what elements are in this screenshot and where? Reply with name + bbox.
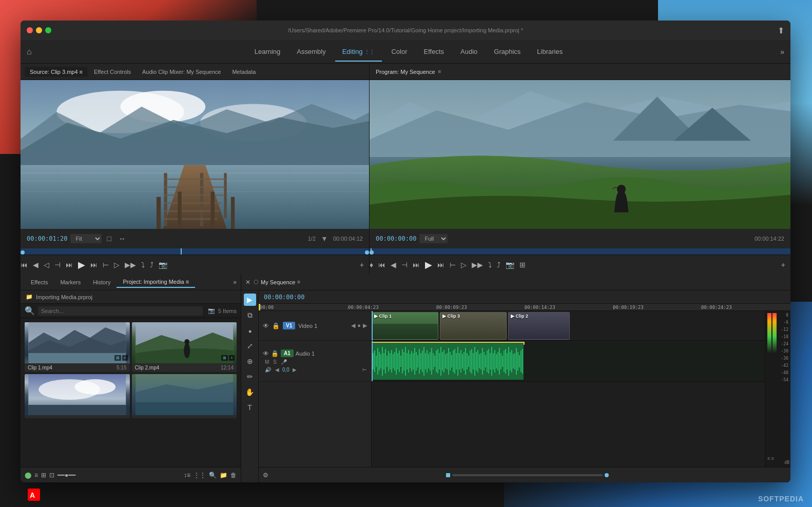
v1-nav-center[interactable]: ● (357, 322, 361, 329)
program-fwd-btn[interactable]: ▶▶ (472, 261, 483, 269)
audio-clip-1[interactable] (372, 343, 524, 380)
tab-project[interactable]: Project: Importing Media ≡ (117, 277, 195, 288)
v1-toggle-btn[interactable]: 👁 (263, 322, 269, 329)
a1-vol-right[interactable]: ▶ (293, 367, 297, 373)
source-fit-dropdown[interactable]: Fit 25% 50% 100% (70, 234, 102, 243)
a1-lock-btn[interactable]: 🔒 (271, 350, 279, 357)
tab-learning[interactable]: Learning (247, 45, 288, 59)
project-more-icon[interactable]: » (233, 279, 237, 286)
rate-stretch-tool[interactable]: ⤢ (244, 340, 256, 352)
list-view-btn[interactable]: ≡ (34, 472, 38, 479)
timeline-current-time[interactable]: 00:00:00:00 (264, 294, 304, 301)
tab-editing[interactable]: Editing ⋮⋮ (335, 45, 382, 59)
search-input[interactable] (38, 306, 203, 316)
hand-tool[interactable]: ✋ (244, 386, 256, 398)
program-out-point-btn[interactable]: ⊢ (450, 261, 456, 269)
source-out-point-btn[interactable]: ⊢ (103, 261, 109, 269)
source-fwd-btn[interactable]: ▶▶ (125, 261, 136, 269)
timeline-clip-1[interactable]: ▶ Clip 1 (372, 312, 438, 340)
tab-source[interactable]: Source: Clip 3.mp4 ≡ (25, 67, 88, 77)
tab-markers[interactable]: Markers (54, 277, 87, 287)
program-prev-edit-btn[interactable]: ⏭ (413, 261, 420, 269)
a1-vol-left[interactable]: ◀ (275, 367, 279, 373)
freeform-btn[interactable]: ⊡ (49, 472, 54, 479)
tab-metadata[interactable]: Metadata (227, 67, 261, 77)
tab-effects[interactable]: Effects (417, 45, 452, 59)
program-timecode[interactable]: 00:00:00:00 (376, 235, 416, 242)
source-step-frame-back-btn[interactable]: ◁ (44, 261, 49, 269)
program-in-point-btn[interactable]: ⊣ (401, 261, 408, 269)
source-timecode[interactable]: 00:00:01:20 (27, 235, 67, 242)
program-add-marker-btn[interactable]: ♦ (370, 261, 373, 269)
timeline-clip-3[interactable]: ▶ Clip 3 (440, 312, 507, 340)
a1-mute-btn[interactable]: S (273, 359, 277, 365)
tl-zoom-left-knob[interactable] (446, 473, 450, 477)
source-in-point-btn[interactable]: ⊣ (54, 261, 61, 269)
source-camera-btn[interactable]: 📷 (159, 261, 167, 269)
source-playhead-area[interactable] (21, 248, 369, 255)
zoom-tool[interactable]: ⊕ (244, 355, 256, 367)
tab-history[interactable]: History (87, 277, 117, 287)
program-playhead-area[interactable] (370, 248, 790, 255)
media-item-clip1[interactable]: Clip 1.mp4 5:15 ⊞ + (25, 322, 130, 372)
source-next-edit-btn[interactable]: ⏭ (90, 261, 98, 269)
source-scale-btn[interactable]: ↔ (117, 233, 128, 244)
a1-record-btn[interactable]: M (265, 359, 269, 365)
tab-audio[interactable]: Audio (453, 45, 485, 59)
program-multi-cam-btn[interactable]: ⊞ (519, 261, 526, 269)
v1-lock-btn[interactable]: 🔒 (272, 322, 280, 329)
source-back-btn[interactable]: ◀ (33, 261, 38, 269)
tab-effect-controls[interactable]: Effect Controls (89, 67, 136, 77)
source-safe-margins-btn[interactable]: □ (105, 233, 113, 244)
program-step-fwd-btn[interactable]: ▷ (461, 261, 467, 269)
tab-libraries[interactable]: Libraries (530, 45, 570, 59)
source-insert-btn[interactable]: ⤵ (141, 261, 145, 269)
a1-toggle-btn[interactable]: 👁 (263, 350, 269, 357)
tl-zoom-bar[interactable] (452, 474, 603, 476)
tab-assembly[interactable]: Assembly (289, 45, 333, 59)
v1-nav-left[interactable]: ◀ (351, 322, 355, 329)
nav-more-icon[interactable]: » (780, 48, 784, 56)
program-menu-icon[interactable]: ≡ (438, 69, 441, 74)
program-fit-dropdown[interactable]: Full Fit 25% 50% (419, 234, 448, 243)
program-overwrite-btn[interactable]: ⤴ (497, 261, 500, 269)
source-play-btn[interactable]: ▶ (78, 259, 85, 270)
tab-audio-mixer[interactable]: Audio Clip Mixer: My Sequence (137, 67, 226, 77)
a1-solo-btn[interactable]: 🎤 (281, 359, 287, 365)
timeline-close-icon[interactable]: ✕ (245, 279, 250, 286)
icon-size-slider[interactable]: ━━●━━ (57, 472, 75, 479)
source-step-back-btn[interactable]: ⏮ (21, 261, 28, 269)
v1-nav-right[interactable]: ▶ (363, 322, 367, 329)
automate-btn[interactable]: ⋮⋮ (194, 472, 206, 479)
timeline-menu-icon[interactable]: ≡ (297, 279, 300, 285)
tab-color[interactable]: Color (384, 45, 414, 59)
program-insert-btn[interactable]: ⤵ (488, 261, 492, 269)
maximize-button[interactable] (45, 27, 51, 33)
source-overwrite-btn[interactable]: ⤴ (150, 261, 153, 269)
program-add-btn[interactable]: + (781, 261, 785, 269)
new-item-btn[interactable]: 📁 (220, 472, 227, 479)
tl-zoom-right-knob[interactable] (605, 473, 609, 477)
timeline-clip-2[interactable]: ▶ Clip 2 (508, 312, 570, 340)
selection-tool[interactable]: ▶ (244, 294, 256, 306)
media-item-clip3[interactable] (25, 374, 130, 418)
timeline-ruler-bar[interactable]: 00:00 00:00:04:23 00:00:09:23 00:00:14:2… (259, 304, 790, 311)
program-back-btn[interactable]: ◀ (391, 261, 396, 269)
type-tool[interactable]: T (244, 401, 256, 414)
close-button[interactable] (27, 27, 33, 33)
camera-icon[interactable]: 📷 (208, 307, 215, 314)
a1-keyframe-btn[interactable]: ⊢ (362, 367, 367, 373)
source-add-btn[interactable]: + (360, 261, 364, 269)
source-step-frame-fwd-btn[interactable]: ▷ (114, 261, 120, 269)
program-next-edit-btn[interactable]: ⏭ (437, 261, 444, 269)
export-icon[interactable]: ⬆ (778, 26, 784, 35)
tab-graphics[interactable]: Graphics (487, 45, 528, 59)
program-camera-btn[interactable]: 📷 (506, 261, 514, 269)
pen-tool[interactable]: ✏ (244, 371, 256, 383)
media-item-clip2[interactable]: Clip 2.mp4 12:14 ⊞ + (132, 322, 237, 372)
sort-btn[interactable]: ↕≡ (184, 472, 190, 479)
media-item-clip4[interactable] (132, 374, 237, 418)
grid-view-btn[interactable]: ⊞ (41, 472, 46, 479)
source-prev-edit-btn[interactable]: ⏭ (66, 261, 73, 269)
home-icon[interactable]: ⌂ (27, 47, 32, 56)
